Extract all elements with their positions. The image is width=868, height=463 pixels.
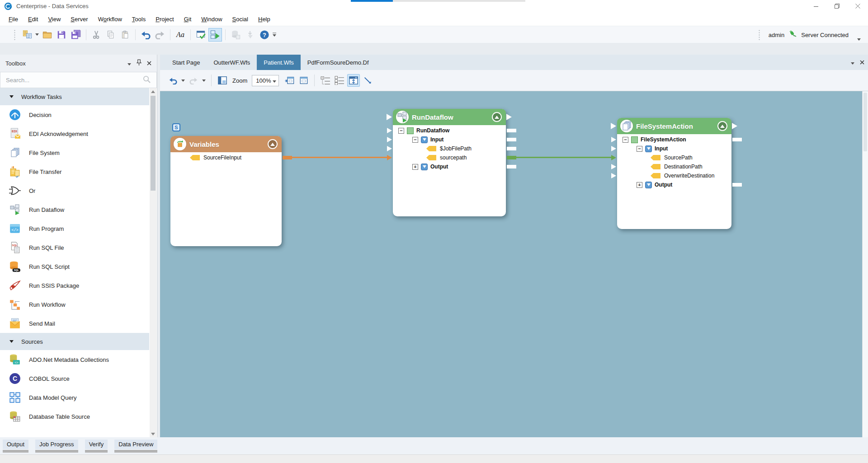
bottom-tab-verify[interactable]: Verify [85,440,108,453]
toolbox-item-cobol-source[interactable]: CCOBOL Source [0,369,149,388]
toolbox-item-file-transfer[interactable]: File Transfer [0,162,149,181]
collapse-icon[interactable]: − [637,146,642,152]
toolbox-section-workflow-tasks[interactable]: Workflow Tasks [0,88,149,105]
job-status-button[interactable] [229,28,242,42]
menu-help[interactable]: Help [253,14,275,25]
workflow-canvas[interactable]: SVariablesSourceFileInputRunDataflow−Run… [160,91,868,437]
output-port[interactable] [507,165,516,168]
menu-edit[interactable]: Edit [23,14,43,25]
output-port[interactable] [507,129,516,132]
restore-button[interactable] [826,0,847,12]
tree-row-overwritedestination[interactable]: OverwriteDestination [617,171,731,180]
toolbox-item-run-dataflow[interactable]: Run Dataflow [0,200,149,219]
input-port[interactable] [387,137,392,142]
toolbox-item-data-model-query[interactable]: Data Model Query [0,388,149,407]
toolbox-item-run-sql-script[interactable]: SQLRun SQL Script [0,257,149,276]
output-port[interactable] [507,147,516,150]
minimize-button[interactable] [806,0,826,12]
output-port[interactable] [732,138,742,141]
toolbar-right-overflow[interactable] [857,35,861,43]
menu-tools[interactable]: Tools [127,14,151,25]
new-workflow-dropdown-icon[interactable] [34,28,40,42]
canvas-scrollbar[interactable] [862,91,868,437]
deploy-button[interactable] [243,28,257,42]
input-port[interactable] [611,146,616,151]
tree-row-output[interactable]: +Output [617,180,731,189]
toolbox-item-database-table-source[interactable]: Database Table Source [0,407,149,426]
input-port[interactable] [387,128,392,133]
tree-row-input[interactable]: −Input [617,144,731,153]
toolbox-item-or[interactable]: Or [0,181,149,200]
tree-row-output[interactable]: +Output [393,162,506,171]
collapse-icon[interactable]: − [412,137,418,143]
toolbar-grip[interactable] [14,29,16,40]
toolbox-item-edi-acknowledgement[interactable]: EDIEDI Acknowledgement [0,124,149,143]
output-port[interactable] [507,156,516,159]
menu-git[interactable]: Git [179,14,197,25]
toolbox-search-input[interactable]: Search... [0,72,157,88]
close-tab-icon[interactable] [860,58,864,66]
start-workflow-button[interactable] [208,28,222,42]
toolbox-item-run-ssis-package[interactable]: Run SSIS Package [0,276,149,295]
tree-row-sourcepath[interactable]: SourcePath [617,153,731,162]
input-port[interactable] [611,164,616,169]
paste-button[interactable] [118,28,132,42]
bottom-tab-job-progress[interactable]: Job Progress [35,440,78,453]
toolbox-section-sources[interactable]: Sources [0,333,149,350]
input-port[interactable] [387,146,392,151]
window-position-icon[interactable] [127,60,131,67]
node-filesystemaction[interactable]: FileSystemAction−FileSystemAction−InputS… [617,118,731,229]
fit-node-height-button[interactable] [347,74,360,87]
toolbox-item-run-sql-file[interactable]: SQLRun SQL File [0,238,149,257]
draw-link-button[interactable] [361,74,374,87]
close-button[interactable] [847,0,868,12]
new-workflow-button[interactable] [20,28,34,42]
input-port[interactable] [387,155,392,160]
scroll-down-icon[interactable] [150,430,156,437]
toolbox-item-decision[interactable]: Decision [0,105,149,124]
node-header[interactable]: RunDataflow [393,109,506,125]
tree-row-input[interactable]: −Input [393,135,506,144]
collapse-button[interactable] [268,139,278,149]
menu-file[interactable]: File [4,14,23,25]
collapse-all-nodes-button[interactable] [297,74,310,87]
expand-icon[interactable]: + [637,182,642,188]
toolbar-overflow-icon[interactable] [272,28,277,42]
help-button[interactable]: ? [258,28,271,42]
menu-social[interactable]: Social [227,14,253,25]
save-all-button[interactable] [69,28,83,42]
tree-row-filesystemaction[interactable]: −FileSystemAction [617,135,731,144]
undo-dropdown-icon[interactable] [180,74,186,87]
scrollbar-thumb[interactable] [151,96,156,191]
tab-start-page[interactable]: Start Page [165,55,207,70]
toolbox-item-run-program[interactable]: </>Run Program [0,219,149,238]
tree-row-sourcefileinput[interactable]: SourceFileInput [170,153,282,162]
cut-button[interactable] [90,28,103,42]
scroll-up-icon[interactable] [150,88,156,95]
collapse-icon[interactable]: − [623,137,628,143]
tab-outterwf-wfs[interactable]: OutterWF.Wfs [207,55,257,70]
scrollbar-thumb[interactable] [863,93,867,151]
redo-button[interactable] [153,28,167,42]
node-variables[interactable]: VariablesSourceFileInput [170,136,282,246]
zoom-combobox[interactable]: 100% [252,75,279,86]
toolbox-scrollbar[interactable] [150,88,156,437]
node-header[interactable]: FileSystemAction [617,118,731,134]
tab-list-dropdown-icon[interactable] [851,58,854,66]
close-icon[interactable] [147,60,151,67]
node-header[interactable]: Variables [170,136,282,152]
output-port[interactable] [283,156,292,159]
toolbar-grip[interactable] [758,29,761,40]
menu-view[interactable]: View [43,14,66,25]
tab-pdfformsouredemo-df[interactable]: PdfFormSoureDemo.Df [301,55,376,70]
toolbox-item-send-mail[interactable]: Send Mail [0,314,149,333]
node-rundataflow[interactable]: RunDataflow−RunDataflow−Input$JobFilePat… [393,109,506,216]
undo-button[interactable] [139,28,152,42]
output-port[interactable] [732,183,742,187]
verify-workflow-button[interactable] [194,28,208,42]
input-port[interactable] [611,155,616,160]
show-list-button[interactable] [333,74,346,87]
redo-button[interactable] [187,74,200,87]
collapse-button[interactable] [717,121,727,131]
toolbox-item-file-system[interactable]: File System [0,143,149,162]
